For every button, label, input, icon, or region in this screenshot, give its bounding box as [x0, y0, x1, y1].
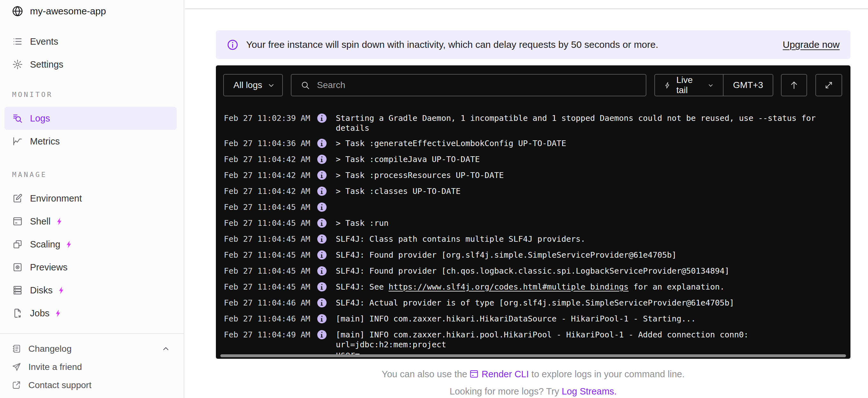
info-filled-icon [316, 138, 328, 149]
log-message: > Task :compileJava UP-TO-DATE [336, 154, 480, 164]
sidebar-item-label: Settings [30, 59, 63, 70]
log-text: > Task :processResources UP-TO-DATE [336, 171, 504, 180]
sidebar-item-invite-a-friend[interactable]: Invite a friend [11, 358, 172, 376]
banner-text: Your free instance will spin down with i… [246, 39, 658, 50]
info-filled-icon [316, 265, 328, 276]
scroll-to-top-button[interactable] [781, 74, 807, 96]
page: my-awesome-app EventsSettingsMONITORLogs… [0, 0, 868, 398]
log-row: Feb 27 11:04:46 AMSLF4J: Actual provider… [224, 295, 848, 311]
sidebar-section-manage: MANAGE [12, 171, 177, 179]
sidebar-item-label: Environment [30, 193, 82, 204]
log-toolbar: All logs Live tail GMT+3 [223, 74, 842, 96]
live-tail-label: Live tail [676, 75, 702, 95]
sidebar-item-shell[interactable]: Shell [4, 210, 177, 233]
log-filter-label: All logs [234, 80, 262, 90]
log-timestamp: Feb 27 11:04:46 AM [224, 314, 316, 324]
info-icon [227, 39, 239, 51]
chevron-down-icon [267, 81, 275, 89]
streams-hint-pre: Looking for more logs? Try [450, 386, 562, 396]
log-link[interactable]: https://www.slf4j.org/codes.html#multipl… [389, 282, 629, 292]
live-tail-group: Live tail GMT+3 [654, 74, 773, 96]
log-row: Feb 27 11:02:39 AMStarting a Gradle Daem… [224, 111, 848, 136]
sidebar-item-logs[interactable]: Logs [4, 107, 177, 130]
log-timestamp: Feb 27 11:04:42 AM [224, 154, 316, 164]
log-streams-link[interactable]: Log Streams. [562, 386, 616, 396]
render-cli-link[interactable]: Render CLI [482, 369, 529, 379]
sidebar-footer: ChangelogInvite a friendContact support [0, 333, 184, 398]
timezone-button[interactable]: GMT+3 [723, 74, 773, 96]
log-search-icon [12, 113, 23, 124]
log-row: Feb 27 11:04:42 AM> Task :compileJava UP… [224, 152, 848, 168]
log-timestamp: Feb 27 11:04:45 AM [224, 250, 316, 260]
lightning-icon [664, 81, 671, 90]
log-message: [main] INFO com.zaxxer.hikari.pool.Hikar… [336, 330, 848, 355]
log-message: > Task :classes UP-TO-DATE [336, 186, 461, 196]
log-row: Feb 27 11:04:45 AM> Task :run [224, 216, 848, 232]
sidebar-item-previews[interactable]: Previews [4, 256, 177, 279]
service-header: my-awesome-app [0, 0, 184, 17]
terminal-icon [12, 216, 23, 227]
terminal-icon [469, 369, 479, 379]
cli-hint-pre: You can also use the [382, 369, 467, 379]
live-tail-dropdown[interactable]: Live tail [655, 74, 723, 96]
log-message: > Task :generateEffectiveLombokConfig UP… [336, 139, 566, 148]
expand-button[interactable] [815, 74, 842, 96]
sidebar-item-label: Invite a friend [28, 362, 82, 372]
info-filled-icon [316, 202, 328, 213]
cli-hint-post: to explore logs in your command line. [529, 369, 685, 379]
log-streams-hint: Looking for more logs? Try Log Streams. [216, 386, 850, 397]
horizontal-scrollbar[interactable] [220, 354, 846, 357]
info-filled-icon [316, 329, 328, 340]
bolt-icon [55, 217, 64, 226]
log-message: SLF4J: Found provider [ch.qos.logback.cl… [336, 266, 729, 276]
info-filled-icon [316, 297, 328, 308]
log-row: Feb 27 11:04:42 AM> Task :processResourc… [224, 168, 848, 184]
sidebar-item-changelog[interactable]: Changelog [11, 340, 172, 358]
log-text: [main] INFO com.zaxxer.hikari.HikariData… [336, 314, 696, 324]
log-timestamp: Feb 27 11:04:49 AM [224, 330, 316, 340]
sidebar-item-environment[interactable]: Environment [4, 187, 177, 210]
log-row: Feb 27 11:04:45 AM [224, 200, 848, 216]
upgrade-now-link[interactable]: Upgrade now [783, 39, 840, 50]
sidebar-item-scaling[interactable]: Scaling [4, 233, 177, 256]
search-input[interactable] [316, 80, 604, 91]
sidebar-item-label: Contact support [28, 380, 92, 390]
log-timestamp: Feb 27 11:04:45 AM [224, 282, 316, 292]
service-name: my-awesome-app [30, 6, 106, 17]
free-instance-banner: Your free instance will spin down with i… [216, 30, 850, 59]
document-icon [12, 308, 23, 318]
sidebar-item-label: Disks [30, 285, 53, 296]
log-message: SLF4J: See https://www.slf4j.org/codes.h… [336, 282, 724, 292]
log-text: SLF4J: Found provider [ch.qos.logback.cl… [336, 266, 729, 276]
log-row: Feb 27 11:04:45 AMSLF4J: Found provider … [224, 264, 848, 279]
log-text: > Task :compileJava UP-TO-DATE [336, 155, 480, 164]
metrics-icon [12, 136, 23, 147]
log-text: > Task :classes UP-TO-DATE [336, 187, 461, 196]
log-text: SLF4J: Actual provider is of type [org.s… [336, 298, 734, 307]
info-filled-icon [316, 281, 328, 293]
log-filter-dropdown[interactable]: All logs [223, 74, 283, 96]
sidebar-item-metrics[interactable]: Metrics [4, 130, 177, 153]
chevron-down-icon [707, 81, 714, 89]
info-filled-icon [316, 217, 328, 229]
sidebar-item-label: Scaling [30, 239, 60, 250]
sidebar-item-jobs[interactable]: Jobs [4, 302, 177, 325]
expand-icon [824, 80, 834, 90]
sidebar-item-disks[interactable]: Disks [4, 279, 177, 302]
log-text: [main] INFO com.zaxxer.hikari.pool.Hikar… [336, 330, 753, 355]
top-divider [185, 8, 868, 9]
sidebar-item-events[interactable]: Events [4, 30, 177, 53]
log-search-box[interactable] [291, 74, 646, 96]
log-message: [main] INFO com.zaxxer.hikari.HikariData… [336, 314, 696, 324]
sidebar-item-settings[interactable]: Settings [4, 53, 177, 76]
log-rows: Feb 27 11:02:39 AMStarting a Gradle Daem… [224, 111, 848, 355]
log-message: SLF4J: Class path contains multiple SLF4… [336, 234, 586, 244]
globe-icon [11, 5, 24, 17]
sidebar-nav: EventsSettingsMONITORLogsMetricsMANAGEEn… [4, 30, 177, 325]
sidebar-item-contact-support[interactable]: Contact support [11, 376, 172, 394]
sidebar-item-label: Changelog [28, 344, 71, 354]
log-message: > Task :run [336, 218, 389, 228]
cli-hint: You can also use theRender CLI to explor… [216, 369, 850, 379]
log-panel: All logs Live tail GMT+3 [216, 65, 850, 359]
log-message: > Task :processResources UP-TO-DATE [336, 170, 504, 180]
